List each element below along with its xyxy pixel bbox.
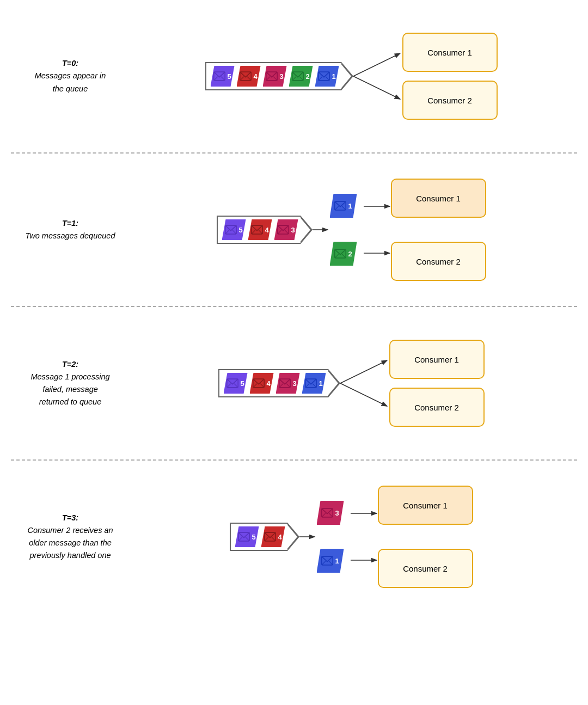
svg-line-4	[240, 77, 244, 81]
svg-line-42	[279, 384, 283, 388]
diagram-section-t3: T=3: Consumer 2 receives anolder message…	[0, 461, 588, 613]
svg-line-21	[252, 230, 255, 234]
svg-line-50	[238, 537, 242, 541]
time-label: T=2:	[13, 358, 127, 371]
diagram-section-t0: T=0: Messages appear inthe queue 5 4	[0, 0, 588, 152]
svg-line-51	[246, 537, 250, 541]
svg-line-45	[305, 384, 309, 388]
svg-line-43	[287, 384, 291, 388]
diagram-section-t1: T=1: Two messages dequeued 5 4	[0, 154, 588, 306]
consumer-box: Consumer 2	[402, 81, 498, 120]
consumer-box: Consumer 2	[391, 242, 486, 281]
svg-line-57	[322, 513, 326, 517]
svg-line-48	[340, 383, 387, 406]
svg-line-7	[266, 77, 270, 81]
svg-line-39	[253, 384, 257, 388]
svg-line-32	[342, 254, 346, 258]
consumer-box: Consumer 1	[378, 486, 473, 525]
svg-line-19	[233, 230, 237, 234]
time-label: T=3:	[13, 512, 127, 524]
svg-line-11	[300, 77, 304, 81]
svg-line-1	[214, 77, 218, 81]
svg-line-14	[326, 77, 330, 81]
section-label-t0: T=0: Messages appear inthe queue	[13, 57, 127, 95]
svg-line-29	[342, 206, 346, 210]
svg-line-2	[222, 77, 225, 81]
svg-line-18	[225, 230, 229, 234]
time-label: T=0:	[13, 57, 127, 70]
svg-line-36	[227, 384, 231, 388]
svg-line-28	[335, 206, 339, 210]
svg-line-31	[335, 254, 339, 258]
section-label-t3: T=3: Consumer 2 receives anolder message…	[13, 512, 127, 562]
consumer-box: Consumer 1	[402, 33, 498, 72]
svg-line-25	[285, 230, 289, 234]
consumer-box: Consumer 2	[378, 549, 473, 588]
section-label-t1: T=1: Two messages dequeued	[13, 217, 127, 242]
svg-line-24	[278, 230, 281, 234]
svg-line-22	[259, 230, 263, 234]
diagram-section-t2: T=2: Message 1 processingfailed, message…	[0, 307, 588, 459]
time-label: T=1:	[13, 217, 127, 230]
svg-line-40	[261, 384, 265, 388]
svg-line-54	[272, 537, 276, 541]
svg-line-15	[353, 53, 400, 76]
svg-line-13	[318, 77, 322, 81]
svg-line-16	[353, 76, 400, 99]
svg-line-8	[274, 77, 278, 81]
svg-line-10	[292, 77, 296, 81]
svg-line-60	[322, 561, 326, 565]
consumer-box: Consumer 1	[391, 179, 486, 218]
svg-line-46	[313, 384, 317, 388]
svg-line-37	[235, 384, 238, 388]
svg-line-47	[340, 360, 387, 383]
svg-line-5	[248, 77, 252, 81]
consumer-box: Consumer 2	[389, 388, 485, 427]
section-label-t2: T=2: Message 1 processingfailed, message…	[13, 358, 127, 409]
svg-line-61	[329, 561, 333, 565]
svg-line-53	[265, 537, 268, 541]
svg-line-58	[329, 513, 333, 517]
consumer-box: Consumer 1	[389, 340, 485, 379]
